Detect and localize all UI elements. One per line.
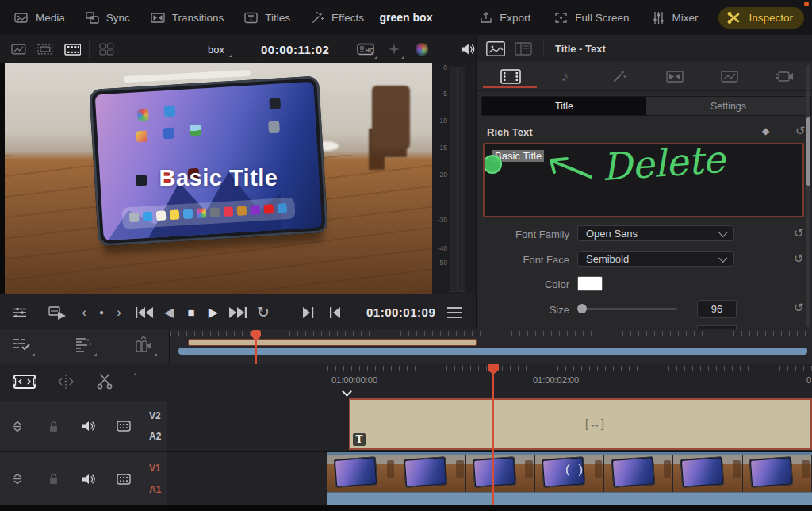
- mark-out-button[interactable]: ›: [113, 294, 125, 330]
- meter-label: -40: [438, 244, 447, 252]
- reset-icon[interactable]: ↺: [794, 302, 804, 313]
- lock-icon[interactable]: [48, 473, 59, 485]
- play-reverse-button[interactable]: ◀: [160, 294, 178, 330]
- audio-levels-button[interactable]: [73, 336, 94, 354]
- audio-tab-icon: ♪: [561, 67, 569, 85]
- film-frame-icon[interactable]: [117, 474, 131, 485]
- trim-tool-button[interactable]: [56, 374, 76, 390]
- enhance-icon: [387, 42, 401, 56]
- mixer-button[interactable]: Mixer: [653, 11, 698, 25]
- font-family-select[interactable]: Open Sans: [577, 225, 734, 241]
- resize-track-icon[interactable]: [11, 473, 24, 485]
- multicam-icon[interactable]: [99, 43, 114, 56]
- camera-capture-icon: [133, 336, 154, 354]
- tab-image[interactable]: [702, 62, 756, 90]
- capture-tab-icon: [775, 69, 794, 84]
- app-icon: [136, 131, 148, 143]
- hq-quality-button[interactable]: HQ: [357, 42, 374, 56]
- skip-end-button[interactable]: [227, 294, 249, 330]
- tab-capture[interactable]: [756, 62, 811, 90]
- play-button[interactable]: ▶: [205, 294, 222, 330]
- app-icon: [137, 110, 149, 121]
- mix-settings-button[interactable]: [10, 294, 30, 330]
- speaker-icon[interactable]: [82, 420, 96, 432]
- camera-capture-button[interactable]: [133, 336, 154, 354]
- rich-text-input[interactable]: Basic Title Delete: [483, 143, 804, 217]
- inspector-button[interactable]: Inspector: [718, 7, 804, 29]
- loop-button[interactable]: ↻: [254, 294, 273, 330]
- video-thumbnail: [673, 455, 742, 492]
- meter-channel-right: [458, 67, 465, 292]
- inspector-label: Inspector: [749, 12, 793, 24]
- font-face-select[interactable]: Semibold: [577, 251, 734, 267]
- clip-play-button[interactable]: [46, 294, 70, 330]
- meter-label: -30: [438, 216, 447, 224]
- size-value[interactable]: 96: [697, 300, 737, 318]
- app-icon: [268, 121, 280, 133]
- timeline-ruler-ticks[interactable]: [327, 366, 812, 371]
- trim-view-icon[interactable]: [37, 43, 53, 56]
- viewer-clip-name[interactable]: box: [208, 44, 224, 56]
- export-button[interactable]: Export: [480, 11, 530, 24]
- reset-icon[interactable]: ↺: [794, 252, 804, 264]
- filmstrip-icon[interactable]: [64, 43, 82, 56]
- lock-icon[interactable]: [48, 421, 59, 432]
- audio-track-label[interactable]: A1: [149, 484, 161, 495]
- video-clip[interactable]: ( ): [327, 452, 812, 505]
- ipad-device: [89, 75, 328, 246]
- subtab-title[interactable]: Title: [482, 97, 646, 115]
- enhance-button[interactable]: [387, 42, 401, 56]
- tab-effects[interactable]: [592, 62, 647, 90]
- subtab-settings[interactable]: Settings: [646, 97, 810, 115]
- video-thumbnail: [327, 455, 396, 492]
- speaker-icon[interactable]: [460, 42, 476, 56]
- inspector-scrollbar[interactable]: [806, 65, 810, 327]
- next-edit-button[interactable]: [300, 294, 319, 330]
- mark-in-button[interactable]: ‹: [78, 294, 90, 330]
- video-thumbnail: [396, 455, 465, 492]
- media-pool-icon[interactable]: [11, 43, 26, 56]
- reset-icon[interactable]: ↺: [794, 227, 804, 239]
- tab-audio[interactable]: ♪: [538, 62, 592, 90]
- video-thumbnail: [604, 455, 673, 492]
- transport-timecode[interactable]: 01:00:01:09: [366, 294, 435, 330]
- viewer-menu-button[interactable]: [444, 294, 465, 330]
- video-track-label[interactable]: V2: [149, 410, 161, 421]
- menu-icon: [447, 307, 462, 318]
- stop-button[interactable]: ■: [182, 294, 200, 330]
- timeline-options-button[interactable]: [11, 336, 32, 354]
- size-slider[interactable]: [580, 308, 677, 310]
- video-track-label[interactable]: V1: [149, 463, 161, 474]
- panel-layout-icon[interactable]: [515, 42, 532, 56]
- inspector-scrollbar-thumb[interactable]: [806, 117, 810, 186]
- meter-label: 0: [443, 63, 447, 71]
- playhead-line[interactable]: [492, 364, 494, 505]
- keyframe-diamond-icon[interactable]: ◆: [762, 125, 769, 136]
- color-swatch[interactable]: [577, 276, 603, 291]
- size-slider-thumb[interactable]: [577, 304, 587, 313]
- selection-tool-button[interactable]: [13, 372, 36, 391]
- viewer-timecode[interactable]: 00:00:11:02: [261, 43, 329, 56]
- meter-label: -10: [438, 117, 447, 125]
- color-wheel-icon[interactable]: [416, 43, 428, 56]
- tab-transition[interactable]: [647, 62, 702, 90]
- meter-label: -20: [438, 171, 447, 179]
- video-frame: Basic Title: [5, 63, 432, 294]
- minimap-ruler[interactable]: [170, 331, 809, 336]
- audio-track-label[interactable]: A2: [149, 431, 161, 442]
- app-icon: [190, 125, 201, 136]
- clip-tab-icon: [500, 69, 521, 84]
- razor-tool-button[interactable]: [95, 373, 114, 390]
- film-frame-icon[interactable]: [117, 421, 131, 432]
- speaker-icon[interactable]: [82, 473, 96, 486]
- record-dot-button[interactable]: ●: [95, 294, 108, 330]
- reset-icon[interactable]: ↺: [795, 125, 806, 136]
- prev-edit-button[interactable]: [325, 294, 344, 330]
- video-tab-icon[interactable]: [486, 41, 505, 56]
- fullscreen-button[interactable]: Full Screen: [554, 12, 629, 24]
- title-clip[interactable]: T [↔]: [349, 398, 812, 450]
- skip-start-button[interactable]: [133, 294, 155, 330]
- viewer-stage[interactable]: Basic Title: [0, 63, 432, 294]
- active-tab-underline: [483, 86, 537, 88]
- resize-track-icon[interactable]: [11, 421, 24, 432]
